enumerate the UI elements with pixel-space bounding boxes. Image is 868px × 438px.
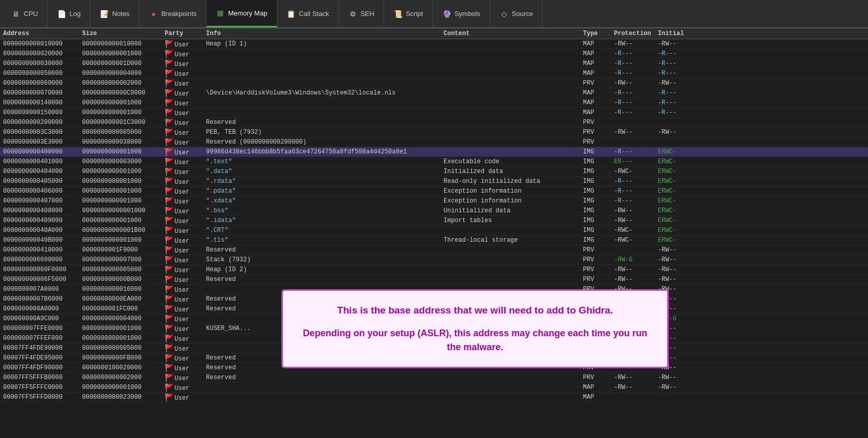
tab-script[interactable]: 📜 Script <box>384 0 433 27</box>
cell-info: ".tls" <box>204 237 441 244</box>
tab-cpu-label: CPU <box>24 10 38 18</box>
table-row[interactable]: 00000000004000000000000000001000🚩User999… <box>0 147 868 157</box>
tab-breakpoints[interactable]: ● Breakpoints <box>139 0 207 27</box>
cell-protection: -RWC- <box>612 237 656 244</box>
cell-address: 0000000000404000 <box>0 168 80 175</box>
cell-party: 🚩User <box>163 89 204 98</box>
cell-type: MAP <box>581 50 612 57</box>
table-row[interactable]: 00007FF5FFFB00000000000000002000🚩UserRes… <box>0 373 868 383</box>
tab-seh[interactable]: ⚙ SEH <box>339 0 384 27</box>
table-row[interactable]: 0000000000070000000000000000C9000🚩User\D… <box>0 88 868 98</box>
table-row[interactable]: 00000000001400000000000000001000🚩UserMAP… <box>0 98 868 108</box>
memory-map-icon: ▦ <box>216 8 225 18</box>
table-row[interactable]: 00007FF5FFFD00000000000000023000🚩UserMAP <box>0 393 868 402</box>
cell-party: 🚩User <box>163 69 204 78</box>
cell-info: ".bss" <box>204 207 441 214</box>
tab-notes-label: Notes <box>112 10 130 18</box>
cell-party: 🚩User <box>163 364 204 372</box>
cell-initial: -RW-- <box>656 129 697 136</box>
cell-address: 0000000000050000 <box>0 70 80 77</box>
table-row[interactable]: 000000000040B0000000000000001000🚩User".t… <box>0 236 868 245</box>
table-row[interactable]: 00000000004070000000000000001000🚩User".x… <box>0 196 868 206</box>
table-row[interactable]: 00000000000200000000000000001000🚩UserMAP… <box>0 49 868 59</box>
cell-protection: ER--- <box>612 158 656 165</box>
cell-party: 🚩User <box>163 187 204 196</box>
cell-info: 99986d438ec146bbb8b5faa63ce47264750a8fdf… <box>204 148 441 155</box>
cell-info: Reserved <box>204 374 441 381</box>
cell-address: 00007FF4FDF90000 <box>0 364 80 371</box>
tab-call-stack-label: Call Stack <box>299 10 329 18</box>
tab-call-stack[interactable]: 📋 Call Stack <box>277 0 339 27</box>
cell-type: PRV <box>581 80 612 87</box>
table-row[interactable]: 00000000004010000000000000003000🚩User".t… <box>0 157 868 167</box>
log-icon: 📄 <box>57 9 66 19</box>
cell-size: 0000000000001000 <box>80 325 163 332</box>
table-body[interactable]: 00000000000100000000000000010000🚩UserHea… <box>0 39 868 438</box>
table-row[interactable]: 00000000001500000000000000001000🚩UserMAP… <box>0 108 868 118</box>
tab-symbols[interactable]: 🔮 Symbols <box>433 0 490 27</box>
table-row[interactable]: 00007FF5FFFC00000000000000001000🚩UserMAP… <box>0 383 868 393</box>
table-row[interactable]: 000000000040A00000000000000001B00🚩User".… <box>0 226 868 236</box>
cell-info: Heap (ID 2) <box>204 266 441 273</box>
tab-log-label: Log <box>69 10 81 18</box>
tab-source[interactable]: ◇ Source <box>490 0 543 27</box>
table-row[interactable]: 00000000004040000000000000001000🚩User".d… <box>0 167 868 177</box>
cell-info: Reserved <box>204 246 441 254</box>
cell-protection: -RWC- <box>612 168 656 175</box>
tab-log[interactable]: 📄 Log <box>48 0 90 27</box>
cell-size: 0000000000001000 <box>80 217 163 224</box>
cell-protection: -R--- <box>612 148 656 155</box>
main-content: Address Size Party Info Content Type Pro… <box>0 28 868 438</box>
table-row[interactable]: 000000000060F00000000000000005000🚩UserHe… <box>0 265 868 275</box>
party-icon: 🚩 <box>165 266 173 274</box>
cell-content: Import tables <box>441 217 581 224</box>
cell-initial: -R--- <box>656 89 697 97</box>
table-row[interactable]: 00000000000100000000000000010000🚩UserHea… <box>0 39 868 49</box>
party-icon: 🚩 <box>165 374 173 382</box>
party-icon: 🚩 <box>165 129 173 137</box>
table-row[interactable]: 0000000000030000000000000001D000🚩UserMAP… <box>0 59 868 69</box>
cell-type: PRV <box>581 138 612 146</box>
table-row[interactable]: 000000000006F5000000000000000B000🚩UserRe… <box>0 275 868 285</box>
table-row[interactable]: 0000000000200000000000000001C3000🚩UserRe… <box>0 118 868 128</box>
party-icon: 🚩 <box>165 80 173 88</box>
cell-party: 🚩User <box>163 167 204 176</box>
cell-party: 🚩User <box>163 236 204 245</box>
table-row[interactable]: 00000000004060000000000000001000🚩User".p… <box>0 186 868 196</box>
header-type: Type <box>581 30 612 37</box>
table-row[interactable]: 00000000003C30000000000000005000🚩UserPEB… <box>0 128 868 137</box>
tab-cpu[interactable]: 🖥 CPU <box>2 0 48 27</box>
table-row[interactable]: 00000000000500000000000000004000🚩UserMAP… <box>0 69 868 79</box>
cell-content: Exception information <box>441 187 581 195</box>
cell-party: 🚩User <box>163 99 204 107</box>
tab-notes[interactable]: 📝 Notes <box>90 0 139 27</box>
party-icon: 🚩 <box>165 158 173 166</box>
cell-initial: -RW-- <box>656 256 697 263</box>
cell-type: IMG <box>581 197 612 205</box>
cell-address: 0000000000400000 <box>0 148 80 155</box>
table-row[interactable]: 00000000060900000000000000007000🚩UserSta… <box>0 255 868 265</box>
table-row[interactable]: 000000000040800000000000000001000🚩User".… <box>0 206 868 216</box>
notes-icon: 📝 <box>100 9 109 19</box>
header-protection: Protection <box>612 30 656 37</box>
tab-memory-map[interactable]: ▦ Memory Map <box>207 0 277 27</box>
table-row[interactable]: 00000000004090000000000000001000🚩User".i… <box>0 216 868 226</box>
cell-initial: -RW-- <box>656 384 697 391</box>
cell-party: 🚩User <box>163 265 204 274</box>
table-row[interactable]: 00000000000600000000000000002000🚩UserPRV… <box>0 79 868 88</box>
cell-party: 🚩User <box>163 226 204 235</box>
table-row[interactable]: 00000000003E30000000000000038000🚩UserRes… <box>0 137 868 147</box>
cell-party: 🚩User <box>163 108 204 117</box>
cpu-icon: 🖥 <box>11 9 21 19</box>
cell-size: 0000000000001000 <box>80 197 163 205</box>
table-row[interactable]: 00000000004100000000000001F9000🚩UserRese… <box>0 245 868 255</box>
cell-address: 0000000000410000 <box>0 246 80 254</box>
cell-info: Reserved (0000000000200000) <box>204 138 441 146</box>
party-icon: 🚩 <box>165 178 173 186</box>
cell-type: IMG <box>581 227 612 234</box>
cell-size: 0000000000001000 <box>80 237 163 244</box>
party-icon: 🚩 <box>165 256 173 264</box>
cell-protection: -RW-- <box>612 80 656 87</box>
table-row[interactable]: 00000000004050000000000000001000🚩User".r… <box>0 177 868 186</box>
header-info: Info <box>204 30 441 37</box>
